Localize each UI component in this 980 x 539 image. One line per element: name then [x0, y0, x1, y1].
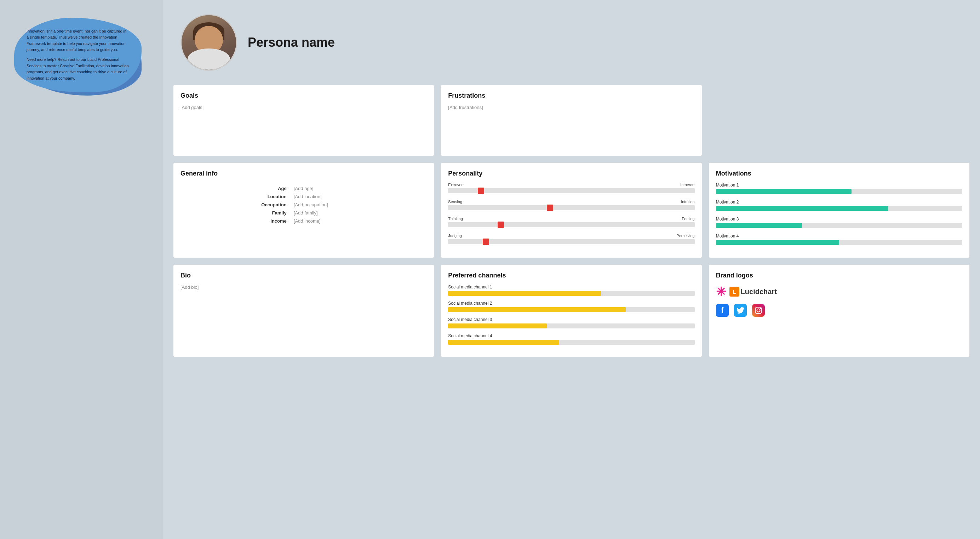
blob-container: Innovation isn't a one-time event, nor c… [14, 14, 149, 99]
motivation-label-3: Motivation 3 [716, 216, 962, 221]
preferred-channels-card: Preferred channels Social media channel … [441, 265, 702, 357]
motivation-row-2: Motivation 2 [716, 200, 962, 211]
info-row-family: Family [Add family] [180, 209, 427, 217]
label-sensing: Sensing [448, 200, 462, 204]
channel-row-2: Social media channel 2 [448, 301, 694, 312]
motivations-title: Motivations [716, 170, 962, 177]
left-panel: Innovation isn't a one-time event, nor c… [0, 0, 163, 539]
lucidchart-svg-icon: L [729, 287, 739, 297]
label-extrovert: Extrovert [448, 183, 464, 187]
personality-card: Personality Extrovert Introvert Sensing … [441, 163, 702, 258]
personality-bar-1 [448, 188, 694, 193]
goals-title: Goals [180, 92, 427, 99]
occupation-value: [Add occupation] [291, 201, 427, 209]
personality-indicator-4 [483, 238, 489, 245]
location-value: [Add location] [291, 192, 427, 201]
motivation-bar-outer-3 [716, 223, 962, 228]
info-row-occupation: Occupation [Add occupation] [180, 201, 427, 209]
twitter-icon [734, 304, 747, 317]
general-info-title: General info [180, 170, 427, 177]
channel-bar-outer-3 [448, 323, 694, 328]
blob-paragraph-2: Need more help? Reach out to our Lucid P… [27, 57, 129, 81]
frustrations-title: Frustrations [448, 92, 694, 99]
personality-bar-2 [448, 205, 694, 210]
avatar-body [188, 48, 230, 70]
personality-row-sensing: Sensing Intuition [448, 200, 694, 210]
age-value: [Add age] [291, 184, 427, 192]
motivation-label-4: Motivation 4 [716, 234, 962, 238]
label-thinking: Thinking [448, 216, 463, 221]
channel-bar-fill-1 [448, 291, 601, 296]
personality-indicator-2 [547, 205, 553, 211]
motivations-card: Motivations Motivation 1 Motivation 2 Mo… [709, 163, 969, 258]
channel-bar-outer-2 [448, 307, 694, 312]
personality-labels-2: Sensing Intuition [448, 200, 694, 204]
channel-label-3: Social media channel 3 [448, 317, 694, 322]
persona-name-section: Persona name [248, 35, 335, 50]
motivation-bar-outer-2 [716, 206, 962, 211]
motivation-bar-fill-2 [716, 206, 888, 211]
bio-title: Bio [180, 272, 427, 279]
bio-card: Bio [Add bio] [173, 265, 434, 357]
label-intuition: Intuition [681, 200, 695, 204]
info-row-location: Location [Add location] [180, 192, 427, 201]
brand-logos-row2: f [716, 304, 962, 317]
goals-card: Goals [Add goals] [173, 85, 434, 156]
age-label: Age [180, 184, 291, 192]
row-info-personality-motivations: General info Age [Add age] Location [Add… [173, 163, 969, 258]
family-value: [Add family] [291, 209, 427, 217]
personality-row-judging: Judging Perceiving [448, 234, 694, 244]
frustrations-placeholder: [Add frustrations] [448, 105, 694, 110]
avatar [180, 14, 237, 71]
brand-logos-card: Brand logos ✳ L Lucidchart [709, 265, 969, 357]
personality-labels-3: Thinking Feeling [448, 216, 694, 221]
twitter-bird-icon [737, 307, 744, 313]
preferred-channels-title: Preferred channels [448, 272, 694, 279]
personality-row-extrovert: Extrovert Introvert [448, 183, 694, 193]
label-judging: Judging [448, 234, 462, 238]
channel-bar-fill-4 [448, 340, 559, 345]
personality-row-thinking: Thinking Feeling [448, 216, 694, 227]
info-row-income: Income [Add income] [180, 217, 427, 225]
personality-indicator-3 [498, 221, 504, 228]
facebook-icon: f [716, 304, 729, 317]
persona-header: Persona name [173, 11, 969, 78]
motivation-row-4: Motivation 4 [716, 234, 962, 245]
motivation-row-3: Motivation 3 [716, 216, 962, 228]
blob-front: Innovation isn't a one-time event, nor c… [14, 18, 142, 92]
label-introvert: Introvert [680, 183, 694, 187]
motivation-bar-fill-1 [716, 189, 851, 194]
channel-row-3: Social media channel 3 [448, 317, 694, 328]
general-info-card: General info Age [Add age] Location [Add… [173, 163, 434, 258]
persona-name: Persona name [248, 35, 335, 50]
channel-row-1: Social media channel 1 [448, 285, 694, 296]
row-goals-frustrations: Goals [Add goals] Frustrations [Add frus… [173, 85, 969, 156]
channel-label-1: Social media channel 1 [448, 285, 694, 289]
frustrations-card: Frustrations [Add frustrations] [441, 85, 702, 156]
brand-logos-content: ✳ L Lucidchart [716, 285, 962, 317]
occupation-label: Occupation [180, 201, 291, 209]
label-feeling: Feeling [682, 216, 695, 221]
svg-point-4 [760, 308, 761, 309]
personality-labels-1: Extrovert Introvert [448, 183, 694, 187]
motivation-bar-outer-4 [716, 240, 962, 245]
personality-bar-3 [448, 222, 694, 227]
blob-paragraph-1: Innovation isn't a one-time event, nor c… [27, 28, 129, 53]
info-table: Age [Add age] Location [Add location] Oc… [180, 184, 427, 225]
goals-placeholder: [Add goals] [180, 105, 427, 110]
income-value: [Add income] [291, 217, 427, 225]
svg-text:L: L [733, 289, 736, 295]
channel-bar-fill-3 [448, 323, 547, 328]
income-label: Income [180, 217, 291, 225]
channel-label-4: Social media channel 4 [448, 333, 694, 338]
motivation-label-2: Motivation 2 [716, 200, 962, 205]
brand-logos-title: Brand logos [716, 272, 962, 279]
brand-logos-row1: ✳ L Lucidchart [716, 285, 962, 299]
motivation-bar-fill-4 [716, 240, 839, 245]
personality-indicator-1 [478, 188, 484, 194]
personality-bar-4 [448, 239, 694, 244]
lucidspark-icon: ✳ [716, 285, 726, 299]
channel-bar-fill-2 [448, 307, 625, 312]
channel-row-4: Social media channel 4 [448, 333, 694, 345]
bio-placeholder: [Add bio] [180, 285, 427, 290]
